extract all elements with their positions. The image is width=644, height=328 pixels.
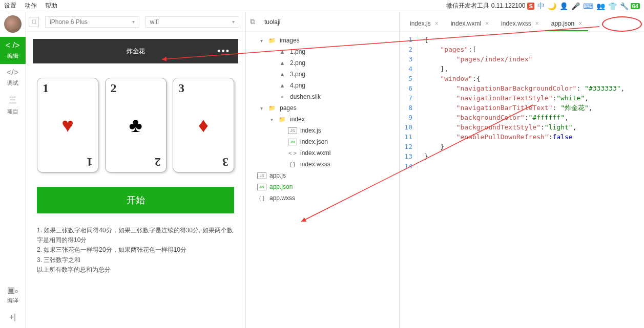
code-line[interactable]: 14 — [400, 161, 644, 171]
code-text[interactable]: "navigationBarTitleText": "炸金花", — [418, 103, 593, 113]
playing-card[interactable]: 3 ♦ 3 — [173, 78, 234, 172]
nav-edit[interactable]: < /> 编辑 — [0, 37, 26, 64]
code-text[interactable]: "navigationBarBackgroundColor": "#333333… — [418, 83, 625, 93]
code-text[interactable]: "pages":[ — [418, 45, 476, 54]
status-shirt-icon: 👕 — [608, 2, 617, 10]
line-number: 6 — [400, 83, 418, 93]
tree-item-label: pages — [280, 104, 297, 112]
nav-project[interactable]: 三 项目 — [0, 91, 26, 120]
tree-item-2-png[interactable]: ▲ 2.png — [246, 57, 399, 69]
file-type-icon: 📁 — [267, 105, 277, 112]
tree-item-images[interactable]: ▾ 📁 images — [246, 35, 399, 46]
code-text[interactable]: "navigationBarTextStyle":"white", — [418, 93, 589, 103]
file-type-icon: JS — [288, 127, 297, 134]
tree-item-index-wxml[interactable]: < > index.wxml — [246, 147, 399, 159]
avatar[interactable] — [4, 15, 22, 33]
code-text[interactable]: ], — [418, 64, 448, 74]
code-text[interactable]: "enablePullDownRefresh":false — [418, 132, 573, 142]
tree-arrow-icon: ▾ — [260, 38, 267, 43]
line-number: 12 — [400, 142, 418, 151]
nav-debug[interactable]: </> 调试 — [0, 64, 26, 91]
playing-card[interactable]: 1 ♥ 1 — [37, 78, 98, 172]
tab-label: index.wxss — [501, 20, 531, 27]
code-line[interactable]: 11 "enablePullDownRefresh":false — [400, 132, 644, 142]
tree-item-label: index.wxss — [300, 161, 330, 168]
tree-item-pages[interactable]: ▾ 📁 pages — [246, 102, 399, 114]
status-mic-icon: 🎤 — [571, 2, 580, 10]
close-icon[interactable]: × — [535, 20, 539, 27]
tree-item-app-wxss[interactable]: { } app.wxss — [246, 192, 399, 204]
status-user-icon: 👤 — [559, 2, 568, 10]
code-line[interactable]: 1{ — [400, 35, 644, 45]
nav-compile[interactable]: ▣ₒ 编译 — [0, 281, 26, 309]
tree-item-index-json[interactable]: JN index.json — [246, 136, 399, 147]
tree-item-1-png[interactable]: ▲ 1.png — [246, 46, 399, 57]
phone-nav-bar: 炸金花 ••• — [33, 39, 238, 63]
playing-card[interactable]: 2 ♣ 2 — [105, 78, 167, 172]
tree-toggle-icon[interactable]: ⧉ — [250, 17, 261, 26]
code-editor[interactable]: 1{2 "pages":[3 "pages/index/index"4 ],5 … — [400, 32, 644, 171]
code-line[interactable]: 9 "backgroundColor":"#ffffff", — [400, 113, 644, 122]
menu-actions[interactable]: 动作 — [25, 2, 37, 10]
card-top-num: 1 — [43, 81, 49, 95]
tree-item-index-wxss[interactable]: { } index.wxss — [246, 159, 399, 170]
line-number: 9 — [400, 113, 418, 122]
editor-tab-index-wxml[interactable]: index.wxml× — [445, 17, 495, 31]
editor-tab-app-json[interactable]: app.json× — [545, 17, 588, 31]
code-text[interactable]: } — [418, 142, 444, 151]
line-number: 13 — [400, 151, 418, 161]
nav-collapse[interactable]: +| — [0, 309, 26, 328]
network-select[interactable]: wifi ▾ — [146, 16, 240, 28]
tree-item-app-json[interactable]: JN app.json — [246, 181, 399, 192]
close-icon[interactable]: × — [435, 20, 439, 27]
tree-item-dushen-silk[interactable]: ▫ dushen.silk — [246, 91, 399, 102]
tree-arrow-icon: ▾ — [260, 105, 267, 111]
code-line[interactable]: 8 "navigationBarTitleText": "炸金花", — [400, 103, 644, 113]
code-text[interactable]: { — [418, 35, 428, 45]
code-line[interactable]: 10 "backgroundTextStyle":"light", — [400, 122, 644, 132]
file-type-icon: ▲ — [278, 60, 287, 66]
code-line[interactable]: 2 "pages":[ — [400, 45, 644, 54]
tree-item-label: index.json — [300, 138, 328, 145]
tree-item-3-png[interactable]: ▲ 3.png — [246, 69, 399, 80]
tree-item-index-js[interactable]: JS index.js — [246, 125, 399, 136]
line-number: 7 — [400, 93, 418, 103]
file-type-icon: { } — [257, 195, 266, 201]
editor-tab-index-js[interactable]: index.js× — [404, 17, 445, 31]
tree-item-index[interactable]: ▾ 📁 index — [246, 114, 399, 125]
start-button[interactable]: 开始 — [37, 187, 234, 213]
menu-settings[interactable]: 设置 — [4, 2, 16, 10]
more-icon[interactable]: ••• — [217, 46, 230, 57]
line-number: 3 — [400, 54, 418, 64]
code-line[interactable]: 3 "pages/index/index" — [400, 54, 644, 64]
tree-item-label: index — [290, 116, 305, 123]
code-text[interactable]: "window":{ — [418, 74, 481, 83]
code-line[interactable]: 5 "window":{ — [400, 74, 644, 83]
editor-tabs: index.js×index.wxml×index.wxss×app.json× — [400, 12, 644, 32]
device-select[interactable]: iPhone 6 Plus ▾ — [45, 16, 139, 28]
device-mode-icon[interactable]: ☐ — [29, 17, 39, 27]
code-line[interactable]: 7 "navigationBarTextStyle":"white", — [400, 93, 644, 103]
menu-help[interactable]: 帮助 — [45, 2, 57, 10]
editor-tab-index-wxss[interactable]: index.wxss× — [495, 17, 545, 31]
tree-item-label: app.js — [269, 172, 286, 179]
code-text[interactable]: "pages/index/index" — [418, 54, 532, 64]
nav-project-label: 项目 — [7, 108, 18, 115]
code-line[interactable]: 4 ], — [400, 64, 644, 74]
tree-item-label: index.js — [300, 127, 321, 134]
close-icon[interactable]: × — [578, 20, 582, 27]
code-text[interactable]: "backgroundColor":"#ffffff", — [418, 113, 569, 122]
code-line[interactable]: 6 "navigationBarBackgroundColor": "#3333… — [400, 83, 644, 93]
card-suit-icon: ♣ — [129, 114, 142, 137]
code-line[interactable]: 12 } — [400, 142, 644, 151]
code-text[interactable]: "backgroundTextStyle":"light", — [418, 122, 576, 132]
card-bottom-num: 1 — [87, 155, 93, 169]
file-type-icon: ▲ — [278, 71, 287, 77]
tree-item-app-js[interactable]: JS app.js — [246, 170, 399, 181]
tree-item-4-png[interactable]: ▲ 4.png — [246, 80, 399, 91]
file-type-icon: ▫ — [278, 94, 287, 100]
code-text[interactable]: } — [418, 151, 428, 161]
code-line[interactable]: 13} — [400, 151, 644, 161]
code-text[interactable] — [418, 161, 424, 171]
close-icon[interactable]: × — [485, 20, 489, 27]
